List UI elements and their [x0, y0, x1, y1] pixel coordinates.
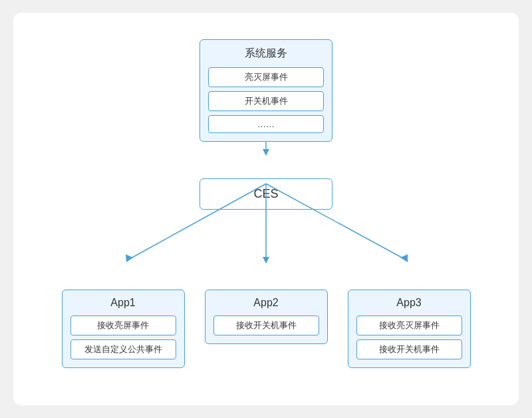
diagram: 系统服务 亮灭屏事件 开关机事件 …… CES App1 接收亮屏事件 发送自定… [13, 13, 519, 405]
app1-item-1: 接收亮屏事件 [70, 315, 176, 335]
app3-box: App3 接收亮灭屏事件 接收开关机事件 [348, 290, 471, 368]
app3-title: App3 [356, 297, 462, 309]
svg-marker-1 [263, 149, 269, 156]
ces-label: CES [253, 187, 278, 200]
app2-title: App2 [213, 297, 319, 309]
system-item-3: …… [208, 115, 324, 133]
system-service-box: 系统服务 亮灭屏事件 开关机事件 …… [200, 39, 332, 142]
app1-title: App1 [70, 297, 176, 309]
apps-row: App1 接收亮屏事件 发送自定义公共事件 App2 接收开关机事件 App3 … [62, 290, 471, 368]
app2-box: App2 接收开关机事件 [205, 290, 328, 344]
svg-marker-3 [126, 254, 133, 262]
app1-item-2: 发送自定义公共事件 [70, 339, 176, 359]
app1-box: App1 接收亮屏事件 发送自定义公共事件 [62, 290, 185, 368]
system-item-2: 开关机事件 [208, 91, 324, 111]
ces-box: CES [200, 178, 332, 210]
svg-marker-5 [263, 257, 269, 264]
app2-item-1: 接收开关机事件 [213, 315, 319, 335]
system-service-title: 系统服务 [208, 47, 324, 61]
svg-marker-7 [400, 254, 408, 262]
app3-item-2: 接收开关机事件 [356, 339, 462, 359]
system-item-1: 亮灭屏事件 [208, 67, 324, 87]
app3-item-1: 接收亮灭屏事件 [356, 315, 462, 335]
